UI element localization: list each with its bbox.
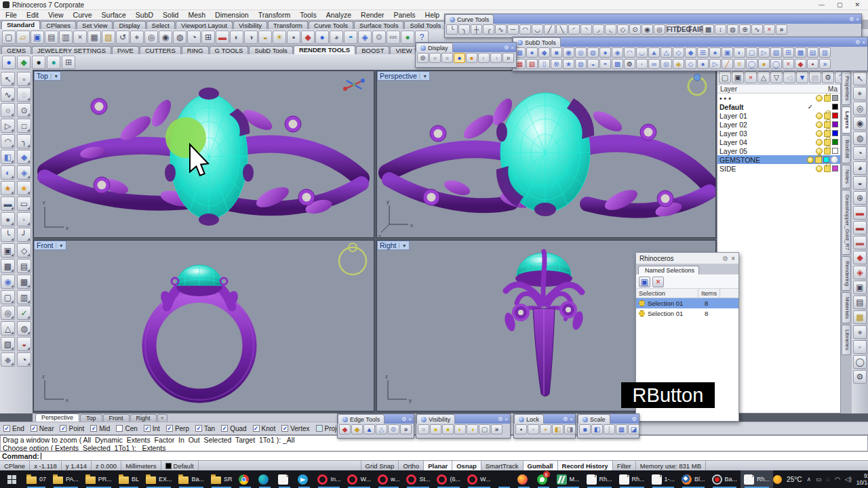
- taskbar-item[interactable]: [255, 470, 275, 488]
- subd-extrude-icon[interactable]: ▷: [709, 59, 721, 69]
- layer-row[interactable]: Layer 03: [717, 129, 840, 138]
- circle-select-icon[interactable]: ◯: [853, 355, 867, 369]
- close-icon[interactable]: ×: [505, 416, 508, 422]
- osnap-checkbox[interactable]: Near: [31, 425, 54, 432]
- checkbox-icon[interactable]: [3, 425, 10, 432]
- viewport-tab[interactable]: Perspective: [35, 413, 79, 422]
- toolbar-tab[interactable]: Select: [146, 21, 175, 29]
- chamfer-line-icon[interactable]: ╲: [556, 24, 568, 35]
- menu-item[interactable]: Transform: [258, 11, 290, 19]
- check-tool-icon[interactable]: ✓: [17, 306, 31, 320]
- status-toggle[interactable]: SmartTrack: [481, 461, 524, 470]
- layer-visible-icon[interactable]: [816, 139, 823, 146]
- checkbox-icon[interactable]: [60, 425, 66, 432]
- scale-tab[interactable]: Scale: [578, 414, 610, 424]
- zoom-window-icon[interactable]: ◉: [159, 30, 172, 44]
- flip-direction-icon[interactable]: ↕: [715, 24, 726, 35]
- subd-append-icon[interactable]: ◦: [636, 59, 648, 69]
- layer-row[interactable]: GEMSTONE: [717, 155, 840, 164]
- checkbox-icon[interactable]: [195, 425, 202, 432]
- new-file-icon[interactable]: ▢: [2, 30, 16, 44]
- zoom-selected-icon[interactable]: ◍: [853, 131, 867, 145]
- osnap-checkbox[interactable]: Quad: [221, 425, 246, 432]
- layer-lock-icon[interactable]: [824, 113, 831, 119]
- viewport-tab[interactable]: Right: [130, 414, 157, 422]
- extend-line-icon[interactable]: ╱: [544, 24, 555, 35]
- subd-inset-icon[interactable]: ◈: [673, 59, 684, 69]
- new-layer-icon[interactable]: ▢: [719, 71, 731, 83]
- match-layer-icon[interactable]: ▤: [809, 71, 821, 83]
- visibility-overflow-icon[interactable]: »: [491, 424, 502, 434]
- viewport-top-label[interactable]: Top|▼: [34, 71, 61, 81]
- clock[interactable]: 9:56 AM10/14/2023: [856, 472, 868, 486]
- lock-objects-icon[interactable]: ▪: [515, 424, 527, 434]
- layer-row[interactable]: Layer 01: [717, 111, 840, 120]
- subd-half-icon[interactable]: ◐: [734, 47, 745, 58]
- pull-curve-icon[interactable]: ◎: [654, 24, 665, 35]
- maximize-button[interactable]: ▢: [837, 1, 843, 8]
- menu-item[interactable]: SubD: [136, 11, 153, 19]
- save-selection-icon[interactable]: ▣: [639, 277, 650, 287]
- taskbar-item[interactable]: W...: [344, 470, 374, 488]
- status-segment[interactable]: y 1.414: [62, 461, 92, 470]
- gear-icon[interactable]: ⚙: [722, 255, 728, 262]
- jewelry-tab[interactable]: PAVE: [112, 46, 139, 54]
- status-toggle[interactable]: Planar: [424, 461, 452, 470]
- measure-icon[interactable]: △: [1, 321, 15, 336]
- onyx-sphere-icon[interactable]: ●: [32, 56, 45, 69]
- unlock-objects-icon[interactable]: ▫: [528, 424, 539, 434]
- status-toggle[interactable]: Ortho: [399, 461, 424, 470]
- side-tab[interactable]: Rendering: [842, 256, 851, 291]
- options-icon[interactable]: ⚙: [372, 30, 386, 44]
- subd-bulge-icon[interactable]: ◈: [612, 47, 623, 58]
- shaded-mode-icon[interactable]: ●: [429, 53, 441, 63]
- spin-view-icon[interactable]: ◕: [853, 161, 867, 175]
- taskbar-item[interactable]: 6: [534, 470, 553, 488]
- lock-icon[interactable]: ▪: [287, 30, 300, 44]
- edge-gear-icon[interactable]: ⚙: [388, 424, 399, 434]
- taskbar-item[interactable]: PA...: [50, 470, 82, 488]
- side-tab[interactable]: Layers: [842, 106, 851, 134]
- paste-icon[interactable]: ▨: [102, 30, 115, 44]
- hatch-icon[interactable]: ▥: [17, 290, 31, 304]
- status-toggle[interactable]: Grid Snap: [361, 461, 399, 470]
- toolbar-tab[interactable]: Solid Tools: [404, 21, 446, 29]
- join-icon[interactable]: ◇: [17, 243, 31, 258]
- jewelry-tab[interactable]: GEMS: [1, 46, 31, 54]
- osnap-checkbox[interactable]: Knot: [253, 425, 276, 432]
- taskbar-item[interactable]: [275, 470, 294, 488]
- gear-icon[interactable]: ⚙: [504, 45, 509, 51]
- subd-tools-tab[interactable]: SubD Tools: [513, 37, 561, 47]
- taskbar-item[interactable]: Ba...: [709, 470, 741, 488]
- hide-page-icon[interactable]: ▢: [479, 424, 490, 434]
- fillet-corner4-icon[interactable]: ◟: [605, 24, 616, 35]
- transform-icon[interactable]: ▤: [17, 259, 31, 273]
- layer-visible-icon[interactable]: [816, 165, 823, 172]
- layer-lock-icon[interactable]: [824, 165, 831, 172]
- rectangle-tool-icon[interactable]: □: [17, 119, 31, 133]
- show-icon[interactable]: ●: [430, 424, 441, 434]
- analyze-icon[interactable]: ◎: [1, 306, 15, 320]
- curve-overflow-icon[interactable]: »: [776, 24, 787, 35]
- named-selections-tab[interactable]: Named Selections: [638, 266, 699, 274]
- display-mode-4-icon[interactable]: ◆: [853, 251, 867, 264]
- toolbar-tab[interactable]: Viewport Layout: [176, 21, 233, 29]
- checkbox-icon[interactable]: [144, 425, 151, 432]
- rebuild-curve-icon[interactable]: ∿: [495, 24, 507, 35]
- collapse-icon[interactable]: ◁: [783, 71, 795, 83]
- menu-item[interactable]: Help: [425, 11, 440, 19]
- taskbar-item[interactable]: Rh...: [616, 470, 648, 488]
- jewelry-tab[interactable]: RING: [182, 46, 209, 54]
- jewelry-tab[interactable]: JEWELERY SETTINGS: [32, 46, 111, 54]
- command-prompt[interactable]: Command:: [0, 451, 868, 460]
- start-button[interactable]: [0, 470, 23, 488]
- status-toggle[interactable]: Record History: [558, 461, 613, 470]
- edge-overflow-icon[interactable]: »: [400, 424, 412, 434]
- lock-selected-icon[interactable]: ▪: [540, 424, 551, 434]
- viewport-perspective-label[interactable]: Perspective|▼: [377, 71, 430, 81]
- wifi-icon[interactable]: ◠: [835, 476, 840, 483]
- undo-icon[interactable]: ↺: [116, 30, 130, 44]
- layer-row[interactable]: Layer 04: [717, 138, 840, 146]
- layer-material-icon[interactable]: [831, 156, 838, 163]
- checkbox-icon[interactable]: [31, 425, 37, 432]
